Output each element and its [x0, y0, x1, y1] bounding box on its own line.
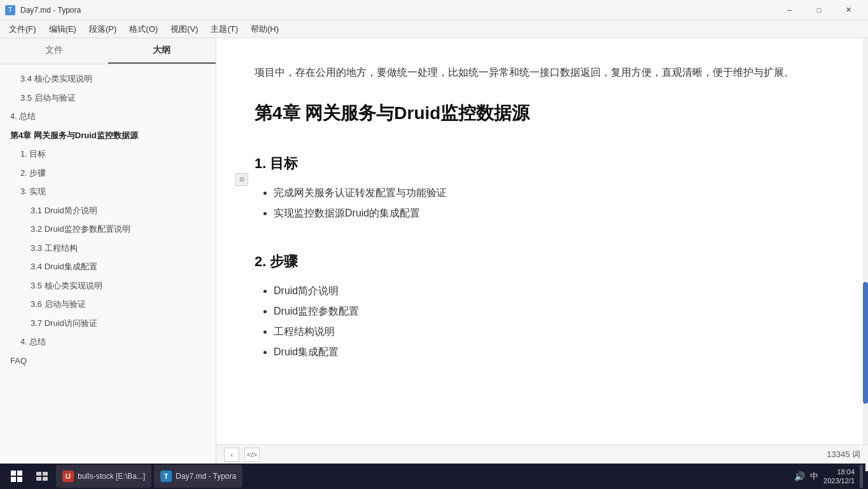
bulls-app-icon: IJ — [62, 471, 74, 482]
step-item-2: Druid监控参数配置 — [274, 301, 817, 322]
outline-item[interactable]: 4. 总结 — [0, 107, 216, 126]
outline-item-summary[interactable]: 4. 总结 — [0, 332, 216, 351]
section-steps-title: 2. 步骤 — [255, 252, 817, 271]
menu-edit[interactable]: 编辑(E) — [43, 21, 83, 38]
window-controls: ─ □ ✕ — [775, 0, 863, 20]
show-desktop-button[interactable] — [860, 465, 863, 488]
maximize-button[interactable]: □ — [804, 0, 834, 20]
time-display: 18:04 — [823, 467, 855, 476]
menu-theme[interactable]: 主题(T) — [204, 21, 244, 38]
outline-item-goal[interactable]: 1. 目标 — [0, 145, 216, 164]
window-title: Day7.md - Typora — [20, 6, 81, 15]
outline-item-druid-integration[interactable]: 3.4 Druid集成配置 — [0, 257, 216, 276]
main-area: 文件 大纲 3.4 核心类实现说明 3.5 启动与验证 4. 总结 第4章 网关… — [0, 38, 868, 464]
image-icon: ⊞ — [235, 173, 248, 186]
outline-item-druid-intro[interactable]: 3.1 Druid简介说明 — [0, 201, 216, 220]
lang-indicator[interactable]: 中 — [810, 471, 818, 482]
menu-paragraph[interactable]: 段落(P) — [83, 21, 123, 38]
code-view-button[interactable]: </> — [244, 448, 260, 462]
date-display: 2023/12/1 — [823, 476, 855, 485]
back-button[interactable]: ‹ — [224, 448, 239, 462]
menu-file[interactable]: 文件(F) — [3, 21, 43, 38]
menu-format[interactable]: 格式(O) — [123, 21, 164, 38]
word-count: 13345 词 — [827, 449, 860, 460]
volume-icon[interactable]: 🔊 — [794, 471, 805, 481]
outline-item-start-verify[interactable]: 3.6 启动与验证 — [0, 295, 216, 314]
taskbar-right: 🔊 中 18:04 2023/12/1 — [794, 465, 863, 488]
editor-area: 项目中，存在公用的地方，要做统一处理，比如统一异常和统一接口数据返回，复用方便，… — [216, 38, 868, 464]
outline-item-steps[interactable]: 2. 步骤 — [0, 164, 216, 183]
app-icon: T — [5, 5, 15, 15]
outline-item[interactable]: 3.5 启动与验证 — [0, 89, 216, 108]
step-item-1: Druid简介说明 — [274, 281, 817, 301]
sidebar: 文件 大纲 3.4 核心类实现说明 3.5 启动与验证 4. 总结 第4章 网关… — [0, 38, 216, 464]
step-item-3: 工程结构说明 — [274, 322, 817, 342]
task-view-button[interactable] — [31, 465, 53, 488]
svg-rect-3 — [43, 477, 48, 481]
taskbar-app-bulls-label: bulls-stock [E:\Ba...] — [78, 472, 145, 481]
steps-list: Druid简介说明 Druid监控参数配置 工程结构说明 Druid集成配置 — [255, 281, 817, 362]
goal-list: 完成网关服务认证转发配置与功能验证 实现监控数据源Druid的集成配置 — [255, 183, 817, 223]
goal-item-1: 完成网关服务认证转发配置与功能验证 — [274, 183, 817, 203]
taskbar: IJ bulls-stock [E:\Ba...] T Day7.md - Ty… — [0, 464, 868, 489]
start-icon — [11, 471, 22, 482]
clock: 18:04 2023/12/1 — [823, 467, 855, 486]
menu-bar: 文件(F) 编辑(E) 段落(P) 格式(O) 视图(V) 主题(T) 帮助(H… — [0, 20, 868, 38]
menu-help[interactable]: 帮助(H) — [244, 21, 285, 38]
sidebar-tabs: 文件 大纲 — [0, 38, 216, 64]
minimize-button[interactable]: ─ — [775, 0, 804, 20]
intro-paragraph: 项目中，存在公用的地方，要做统一处理，比如统一异常和统一接口数据返回，复用方便，… — [255, 64, 817, 82]
svg-rect-2 — [36, 477, 41, 481]
close-button[interactable]: ✕ — [834, 0, 863, 20]
bottom-bar: ‹ </> 13345 词 — [216, 444, 868, 464]
taskbar-left: IJ bulls-stock [E:\Ba...] T Day7.md - Ty… — [5, 465, 242, 488]
title-bar: T Day7.md - Typora ─ □ ✕ — [0, 0, 868, 20]
tab-file[interactable]: 文件 — [0, 38, 108, 64]
systray: 🔊 中 18:04 2023/12/1 — [794, 465, 863, 488]
outline-list: 3.4 核心类实现说明 3.5 启动与验证 4. 总结 第4章 网关服务与Dru… — [0, 64, 216, 464]
outline-item-core-class[interactable]: 3.5 核心类实现说明 — [0, 276, 216, 295]
outline-item-structure[interactable]: 3.3 工程结构 — [0, 239, 216, 258]
outline-item-impl[interactable]: 3. 实现 — [0, 182, 216, 201]
outline-item-druid-config[interactable]: 3.2 Druid监控参数配置说明 — [0, 220, 216, 239]
chapter-title: 第4章 网关服务与Druid监控数据源 — [255, 101, 817, 125]
taskbar-app-typora[interactable]: T Day7.md - Typora — [154, 465, 242, 488]
step-item-4: Druid集成配置 — [274, 342, 817, 362]
taskbar-app-bulls[interactable]: IJ bulls-stock [E:\Ba...] — [56, 465, 151, 488]
tab-outline[interactable]: 大纲 — [108, 38, 216, 64]
typora-app-icon: T — [160, 471, 172, 482]
task-view-icon — [36, 472, 48, 481]
editor-content[interactable]: 项目中，存在公用的地方，要做统一处理，比如统一异常和统一接口数据返回，复用方便，… — [216, 38, 868, 444]
start-button[interactable] — [5, 465, 28, 488]
outline-item[interactable]: 3.4 核心类实现说明 — [0, 69, 216, 89]
svg-rect-0 — [36, 472, 41, 476]
outline-item-chapter4[interactable]: 第4章 网关服务与Druid监控数据源 — [0, 126, 216, 145]
menu-view[interactable]: 视图(V) — [164, 21, 204, 38]
outline-item-druid-access[interactable]: 3.7 Druid访问验证 — [0, 314, 216, 333]
svg-rect-1 — [43, 472, 48, 476]
outline-item-faq[interactable]: FAQ — [0, 351, 216, 371]
section-goal-title: 1. 目标 — [255, 154, 817, 173]
goal-item-2: 实现监控数据源Druid的集成配置 — [274, 203, 817, 223]
taskbar-app-typora-label: Day7.md - Typora — [176, 472, 236, 481]
